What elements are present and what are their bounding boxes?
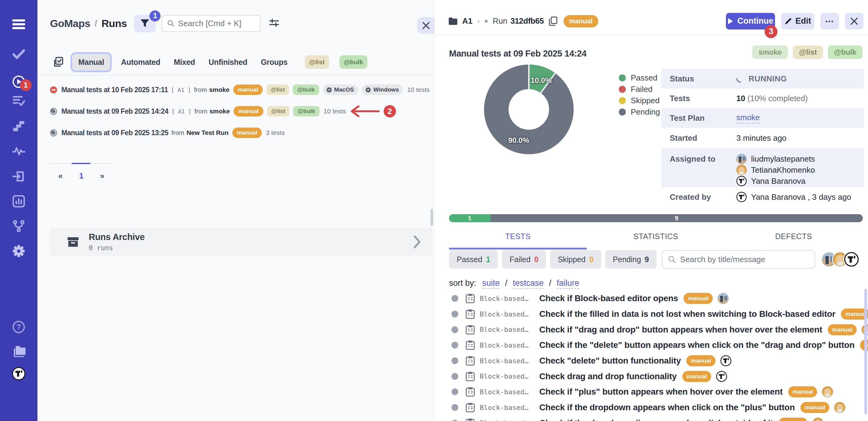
tab-groups[interactable]: Groups [261,54,288,71]
tests-search-input[interactable] [680,255,809,264]
more-button[interactable]: … [820,13,839,29]
test-row-8[interactable]: Block-based… Check if the dropdown appea… [449,400,868,416]
test-row-4[interactable]: Block-based… Check if the "delete" butto… [449,337,868,353]
left-scrollbar[interactable] [431,209,433,226]
badge-manual[interactable]: manual [234,106,264,116]
runs-icon[interactable]: 1 [12,75,26,88]
test-title[interactable]: Check if "plus" button appears when hove… [539,387,783,397]
test-row-7[interactable]: Block-based… Check if "plus" button appe… [449,384,868,400]
runs-search-input[interactable] [178,19,255,28]
steps-icon[interactable] [12,119,26,133]
test-suite[interactable]: Block-based… [480,341,531,349]
bar-chart-icon[interactable] [12,195,26,208]
test-title[interactable]: Check drag and drop functionality [539,371,677,381]
archive-chevron-icon[interactable] [413,235,421,249]
test-title[interactable]: Check if the "delete" button appears whe… [539,340,855,350]
select-all-icon[interactable] [53,57,63,67]
check-icon[interactable] [12,47,26,61]
run-row-1[interactable]: Manual tests at 10 Feb 2025 17:11 [ A1 ]… [50,79,434,101]
right-scrollbar[interactable] [864,289,867,414]
test-title[interactable]: Check if "drag and drop" button appears … [539,325,822,335]
filter-pending[interactable]: Pending9 [605,250,657,269]
test-row-5[interactable]: Block-based… Check "delete" button funct… [449,353,868,369]
runs-search[interactable] [162,15,260,32]
activity-icon[interactable] [12,144,26,158]
breadcrumb-suite[interactable]: A1 [462,16,472,26]
sort-by-testcase[interactable]: testcase [513,278,544,289]
tag-smoke[interactable]: smoke [752,46,788,59]
folders-icon[interactable] [12,345,26,358]
tab-defects[interactable]: DEFECTS [725,232,863,250]
tab-statistics[interactable]: STATISTICS [587,232,725,250]
gear-icon[interactable] [12,244,26,258]
edit-button[interactable]: Edit [781,13,814,29]
run-title[interactable]: Manual tests at 10 Feb 2025 17:11 [61,86,168,94]
import-icon[interactable] [12,170,26,183]
copy-icon[interactable] [549,17,557,26]
tag-filter-list[interactable]: @list [305,55,329,69]
tab-unfinished[interactable]: Unfinished [209,54,247,71]
test-row-2[interactable]: Block-based… Check if the filled in data… [449,306,868,322]
pagination-page-1[interactable]: 1 [71,171,92,181]
test-title[interactable]: Check if Block-based editor opens [539,293,678,303]
badge-list[interactable]: @list [267,85,289,95]
badge-bulk[interactable]: @bulk [293,106,319,116]
test-suite[interactable]: Block-based… [480,419,531,421]
test-suite[interactable]: Block-based… [480,404,531,412]
pagination-prev[interactable]: « [50,171,71,181]
sort-by-failure[interactable]: failure [557,278,580,289]
view-settings-icon[interactable] [269,18,279,29]
runs-archive-card[interactable]: Runs Archive 0 runs [50,228,432,256]
badge-env-macos[interactable]: MacOS [323,85,358,95]
test-suite[interactable]: Block-based… [480,326,531,333]
run-row-3[interactable]: Manual tests at 09 Feb 2025 13:25 from N… [50,122,434,143]
test-suite[interactable]: Block-based… [480,295,531,302]
menu-icon[interactable] [12,18,26,31]
run-title[interactable]: Manual tests at 09 Feb 2025 14:24 [61,107,168,116]
test-row-9[interactable]: Block-based… Check if the dropdown disap… [449,416,868,421]
detail-close-button[interactable] [845,13,863,29]
filter-button[interactable]: 1 [134,15,156,32]
test-suite[interactable]: Block-based… [480,310,531,318]
assignee[interactable]: TetianaKhomenko [736,165,815,175]
test-suite[interactable]: Block-based… [480,388,531,396]
tests-search[interactable] [662,250,815,269]
tab-automated[interactable]: Automated [121,54,160,71]
tab-mixed[interactable]: Mixed [174,54,195,71]
playlist-check-icon[interactable] [12,94,26,108]
test-plan-link[interactable]: smoke [736,113,760,123]
test-title[interactable]: Check "delete" button functionality [539,356,681,366]
test-title[interactable]: Check if the dropdown disappears when cl… [539,418,773,421]
test-title[interactable]: Check if the dropdown appears when click… [539,402,795,412]
tag-filter-bulk[interactable]: @bulk [339,55,368,69]
filter-failed[interactable]: Failed0 [502,250,546,269]
filter-skipped[interactable]: Skipped0 [550,250,601,269]
help-icon[interactable]: ? [12,320,26,334]
badge-list[interactable]: @list [267,106,290,116]
branch-icon[interactable] [12,219,26,233]
run-title[interactable]: Manual tests at 09 Feb 2025 13:25 [61,129,168,137]
test-title[interactable]: Check if the filled in data is not lost … [539,309,835,319]
run-row-2[interactable]: Manual tests at 09 Feb 2025 14:24 [ A1 ]… [50,101,434,122]
assignee[interactable]: Yana Baranova [736,176,815,186]
badge-manual[interactable]: manual [233,85,263,95]
tag-bulk[interactable]: @bulk [828,46,863,59]
test-suite[interactable]: Block-based… [480,372,531,380]
test-suite[interactable]: Block-based… [480,357,531,365]
tab-tests[interactable]: TESTS [449,232,587,250]
test-row-6[interactable]: Block-based… Check drag and drop functio… [449,368,868,384]
badge-bulk[interactable]: @bulk [293,85,319,95]
breadcrumb-project[interactable]: GoMaps [50,18,90,29]
assignee[interactable]: liudmylastepanets [736,153,815,164]
test-row-1[interactable]: Block-based… Check if Block-based editor… [449,291,868,306]
badge-env-windows[interactable]: Windows [362,85,403,95]
tag-list[interactable]: @list [793,46,823,59]
filter-passed[interactable]: Passed1 [449,250,498,269]
assignee-avatars[interactable] [822,252,859,267]
continue-button[interactable]: Continue 3 [726,13,775,29]
workspace-logo[interactable] [12,367,26,381]
pagination-next[interactable]: » [92,171,113,181]
test-row-3[interactable]: Block-based… Check if "drag and drop" bu… [449,322,868,337]
tab-manual[interactable]: Manual [71,52,112,72]
drawer-close-button[interactable] [417,17,435,34]
